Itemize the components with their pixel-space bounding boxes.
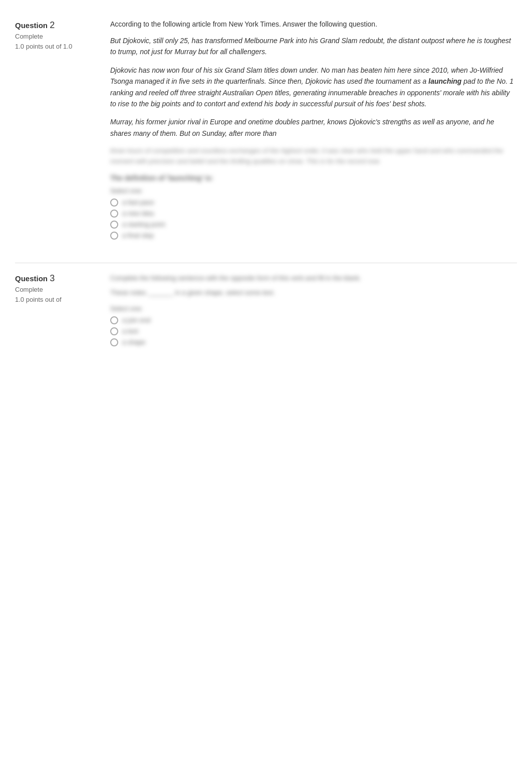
q3-radio-circle-1[interactable] [110,316,118,324]
article-paragraph-3: Murray, his former junior rival in Europ… [110,116,517,139]
blurred-question-heading: The definition of 'launching' is: [110,174,517,182]
option-1-text: a fast pace [122,199,154,206]
radio-option-4[interactable]: a final step [110,232,517,240]
q3-intro: Complete the following sentence with the… [110,273,517,283]
question-label-text: Question [15,21,48,30]
question-3-block: Question 3 Complete 1.0 points out of Co… [15,263,517,349]
q3-radio-circle-3[interactable] [110,338,118,346]
radio-group-q2: a fast pace a new idea a starting point … [110,199,517,240]
radio-circle-1[interactable] [110,199,118,207]
q3-select-label: Select one: [110,305,517,312]
question-3-content: Complete the following sentence with the… [105,273,517,349]
question-2-points: 1.0 points out of 1.0 [15,42,95,51]
question-3-label: Question 3 [15,273,95,284]
radio-circle-3[interactable] [110,221,118,229]
radio-option-3[interactable]: a starting point [110,221,517,229]
question-2-block: Question 2 Complete 1.0 points out of 1.… [15,10,517,243]
question-number: 2 [50,20,55,30]
article-paragraph-2: Djokovic has now won four of his six Gra… [110,65,517,110]
q3-radio-option-1[interactable]: a join end [110,316,517,324]
question-3-sidebar: Question 3 Complete 1.0 points out of [15,273,105,349]
paragraph-3-text: Murray, his former junior rival in Europ… [110,118,494,137]
q3-sentence: These notes _______ in a given shape, se… [110,288,517,298]
q3-radio-option-2[interactable]: a text [110,327,517,335]
option-2-text: a new idea [122,210,154,217]
question-2-status: Complete [15,33,95,40]
article-intro: According to the following article from … [110,20,517,28]
bold-launching: launching [428,77,461,85]
q3-radio-circle-2[interactable] [110,327,118,335]
radio-option-1[interactable]: a fast pace [110,199,517,207]
q3-radio-option-3[interactable]: a shape [110,338,517,346]
radio-circle-2[interactable] [110,210,118,218]
q3-option-1-text: a join end [122,316,150,324]
blurred-select-label: Select one: [110,187,517,194]
q3-option-2-text: a text [122,327,138,335]
question-2-label: Question 2 [15,20,95,31]
radio-option-2[interactable]: a new idea [110,210,517,218]
blurred-paragraph: three hours of competition and countless… [110,146,517,167]
question-2-content: According to the following article from … [105,20,517,243]
question-3-points: 1.0 points out of [15,295,95,304]
question-3-label-text: Question [15,274,48,283]
question-3-number: 3 [50,273,55,283]
radio-circle-4[interactable] [110,232,118,240]
question-2-sidebar: Question 2 Complete 1.0 points out of 1.… [15,20,105,243]
page-container: Question 2 Complete 1.0 points out of 1.… [0,0,532,379]
q3-option-3-text: a shape [122,338,145,346]
paragraph-1-text: But Djokovic, still only 25, has transfo… [110,37,511,56]
option-3-text: a starting point [122,221,165,228]
article-paragraph-1: But Djokovic, still only 25, has transfo… [110,35,517,58]
option-4-text: a final step [122,232,154,239]
question-3-status: Complete [15,286,95,293]
radio-group-q3: a join end a text a shape [110,316,517,346]
